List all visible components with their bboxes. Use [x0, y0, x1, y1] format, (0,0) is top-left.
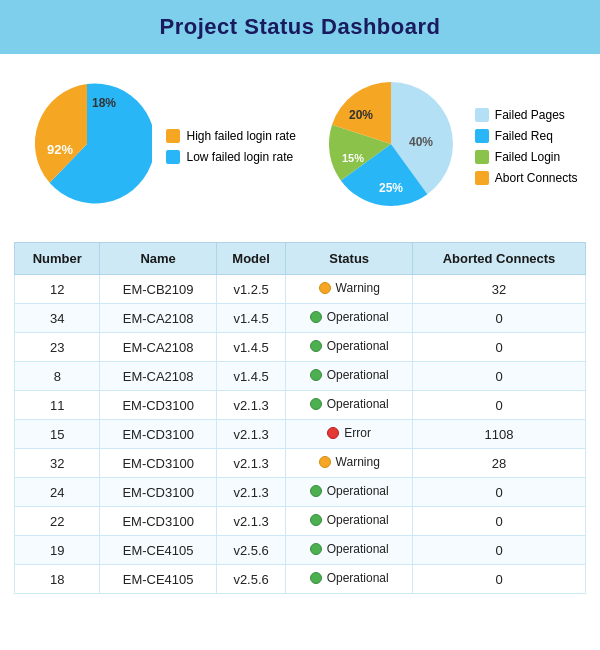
status-dot-icon	[310, 543, 322, 555]
legend-item-failed-pages: Failed Pages	[475, 108, 578, 122]
svg-text:18%: 18%	[92, 96, 116, 110]
status-dot-icon	[310, 340, 322, 352]
cell-number: 23	[15, 333, 100, 362]
status-badge: Error	[327, 426, 371, 440]
cell-model: v2.1.3	[216, 391, 286, 420]
svg-text:40%: 40%	[409, 135, 433, 149]
status-label: Warning	[336, 281, 380, 295]
cell-model: v2.5.6	[216, 565, 286, 594]
cell-name: EM-CD3100	[100, 391, 216, 420]
status-label: Operational	[327, 571, 389, 585]
legend-color-low-failed	[166, 150, 180, 164]
legend-item-low-failed: Low failed login rate	[166, 150, 295, 164]
status-dot-icon	[310, 311, 322, 323]
cell-status: Operational	[286, 391, 413, 420]
cell-aborted: 0	[413, 362, 586, 391]
right-pie-chart: 40% 25% 15% 20%	[321, 74, 461, 218]
legend-color-high-failed	[166, 129, 180, 143]
cell-number: 34	[15, 304, 100, 333]
table-row: 12 EM-CB2109 v1.2.5 Warning 32	[15, 275, 586, 304]
legend-color-failed-pages	[475, 108, 489, 122]
legend-label-abort-connects: Abort Connects	[495, 171, 578, 185]
table-row: 32 EM-CD3100 v2.1.3 Warning 28	[15, 449, 586, 478]
legend-item-high-failed: High failed login rate	[166, 129, 295, 143]
svg-text:15%: 15%	[342, 152, 364, 164]
col-aborted: Aborted Connects	[413, 243, 586, 275]
cell-name: EM-CA2108	[100, 333, 216, 362]
status-badge: Warning	[319, 455, 380, 469]
col-status: Status	[286, 243, 413, 275]
cell-status: Operational	[286, 333, 413, 362]
cell-number: 24	[15, 478, 100, 507]
status-dot-icon	[327, 427, 339, 439]
table-row: 18 EM-CE4105 v2.5.6 Operational 0	[15, 565, 586, 594]
status-dot-icon	[310, 514, 322, 526]
status-dot-icon	[310, 485, 322, 497]
right-chart-container: 40% 25% 15% 20% Failed Pages Failed Req …	[321, 74, 578, 218]
cell-aborted: 0	[413, 478, 586, 507]
left-chart-container: 92% 18% High failed login rate Low faile…	[22, 79, 295, 213]
legend-color-abort-connects	[475, 171, 489, 185]
cell-status: Operational	[286, 536, 413, 565]
legend-label-low-failed: Low failed login rate	[186, 150, 293, 164]
status-label: Error	[344, 426, 371, 440]
table-header-row: Number Name Model Status Aborted Connect…	[15, 243, 586, 275]
cell-status: Operational	[286, 304, 413, 333]
table-row: 19 EM-CE4105 v2.5.6 Operational 0	[15, 536, 586, 565]
col-number: Number	[15, 243, 100, 275]
table-row: 8 EM-CA2108 v1.4.5 Operational 0	[15, 362, 586, 391]
status-label: Operational	[327, 484, 389, 498]
cell-aborted: 0	[413, 565, 586, 594]
table-row: 23 EM-CA2108 v1.4.5 Operational 0	[15, 333, 586, 362]
status-badge: Warning	[319, 281, 380, 295]
status-label: Operational	[327, 542, 389, 556]
svg-text:25%: 25%	[379, 181, 403, 195]
cell-number: 18	[15, 565, 100, 594]
status-badge: Operational	[310, 368, 389, 382]
status-badge: Operational	[310, 542, 389, 556]
cell-number: 8	[15, 362, 100, 391]
left-chart-legend: High failed login rate Low failed login …	[166, 129, 295, 164]
cell-model: v1.2.5	[216, 275, 286, 304]
table-row: 15 EM-CD3100 v2.1.3 Error 1108	[15, 420, 586, 449]
status-badge: Operational	[310, 513, 389, 527]
cell-name: EM-CE4105	[100, 536, 216, 565]
cell-model: v1.4.5	[216, 362, 286, 391]
status-label: Operational	[327, 513, 389, 527]
cell-status: Operational	[286, 478, 413, 507]
legend-color-failed-req	[475, 129, 489, 143]
status-label: Operational	[327, 368, 389, 382]
status-label: Operational	[327, 339, 389, 353]
charts-section: 92% 18% High failed login rate Low faile…	[0, 54, 600, 228]
status-table: Number Name Model Status Aborted Connect…	[14, 242, 586, 594]
cell-status: Error	[286, 420, 413, 449]
cell-number: 12	[15, 275, 100, 304]
cell-name: EM-CA2108	[100, 362, 216, 391]
cell-aborted: 0	[413, 333, 586, 362]
legend-label-failed-login: Failed Login	[495, 150, 560, 164]
page-title: Project Status Dashboard	[0, 0, 600, 54]
cell-number: 22	[15, 507, 100, 536]
cell-aborted: 0	[413, 536, 586, 565]
cell-aborted: 0	[413, 507, 586, 536]
cell-status: Operational	[286, 565, 413, 594]
status-dot-icon	[310, 572, 322, 584]
table-section: Number Name Model Status Aborted Connect…	[0, 228, 600, 608]
status-dot-icon	[310, 398, 322, 410]
status-dot-icon	[319, 456, 331, 468]
cell-aborted: 32	[413, 275, 586, 304]
cell-number: 15	[15, 420, 100, 449]
cell-model: v2.1.3	[216, 507, 286, 536]
table-row: 11 EM-CD3100 v2.1.3 Operational 0	[15, 391, 586, 420]
cell-status: Warning	[286, 275, 413, 304]
cell-number: 11	[15, 391, 100, 420]
cell-status: Operational	[286, 362, 413, 391]
cell-model: v1.4.5	[216, 304, 286, 333]
status-dot-icon	[310, 369, 322, 381]
right-chart-legend: Failed Pages Failed Req Failed Login Abo…	[475, 108, 578, 185]
table-row: 24 EM-CD3100 v2.1.3 Operational 0	[15, 478, 586, 507]
table-row: 22 EM-CD3100 v2.1.3 Operational 0	[15, 507, 586, 536]
cell-name: EM-CD3100	[100, 478, 216, 507]
svg-text:20%: 20%	[349, 108, 373, 122]
col-model: Model	[216, 243, 286, 275]
